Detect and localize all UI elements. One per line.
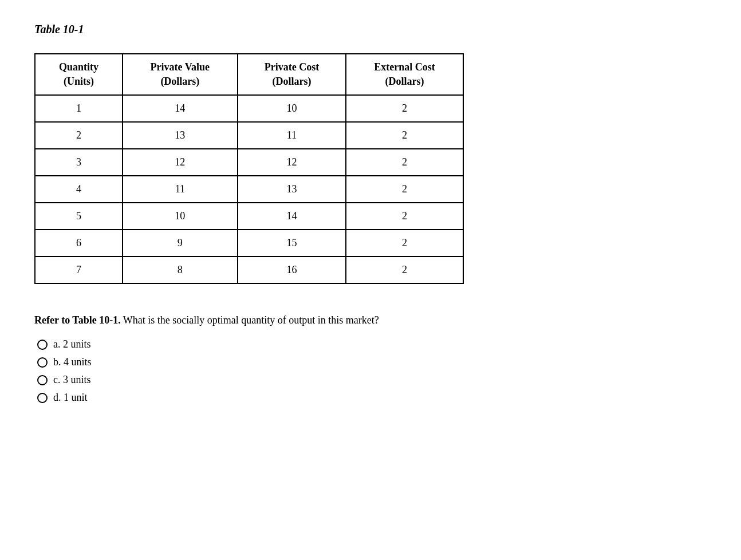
col-header-private-cost: Private Cost bbox=[238, 54, 346, 74]
table-row: 69152 bbox=[35, 230, 463, 257]
cell-private_value: 11 bbox=[123, 176, 238, 203]
answer-options: a. 2 unitsb. 4 unitsc. 3 unitsd. 1 unit bbox=[37, 338, 707, 404]
cell-quantity: 7 bbox=[35, 257, 123, 283]
cell-private_value: 14 bbox=[123, 95, 238, 122]
cell-external_cost: 2 bbox=[346, 176, 463, 203]
radio-circle[interactable] bbox=[37, 340, 48, 350]
option-label: b. 4 units bbox=[53, 356, 92, 368]
table-header-row-main: Quantity Private Value Private Cost Exte… bbox=[35, 54, 463, 74]
option-label: c. 3 units bbox=[53, 374, 91, 386]
cell-private_cost: 11 bbox=[238, 122, 346, 149]
cell-private_value: 13 bbox=[123, 122, 238, 149]
col-header-private-value: Private Value bbox=[123, 54, 238, 74]
question-reference: Refer to Table 10-1. bbox=[34, 314, 121, 326]
radio-circle[interactable] bbox=[37, 375, 48, 385]
cell-quantity: 4 bbox=[35, 176, 123, 203]
table-row: 411132 bbox=[35, 176, 463, 203]
cell-external_cost: 2 bbox=[346, 203, 463, 230]
option-label: a. 2 units bbox=[53, 338, 91, 350]
col-header-external-cost: External Cost bbox=[346, 54, 463, 74]
table-header-row-sub: (Units) (Dollars) (Dollars) (Dollars) bbox=[35, 74, 463, 95]
option-item-2[interactable]: c. 3 units bbox=[37, 374, 707, 386]
question-text: Refer to Table 10-1. What is the sociall… bbox=[34, 313, 707, 328]
question-section: Refer to Table 10-1. What is the sociall… bbox=[34, 313, 707, 404]
cell-quantity: 3 bbox=[35, 149, 123, 176]
cell-external_cost: 2 bbox=[346, 122, 463, 149]
cell-private_cost: 16 bbox=[238, 257, 346, 283]
radio-circle[interactable] bbox=[37, 393, 48, 403]
cell-private_value: 12 bbox=[123, 149, 238, 176]
radio-circle[interactable] bbox=[37, 357, 48, 368]
cell-private_cost: 12 bbox=[238, 149, 346, 176]
table-row: 114102 bbox=[35, 95, 463, 122]
page-title: Table 10-1 bbox=[34, 23, 707, 36]
cell-quantity: 6 bbox=[35, 230, 123, 257]
option-item-0[interactable]: a. 2 units bbox=[37, 338, 707, 350]
table-row: 312122 bbox=[35, 149, 463, 176]
option-label: d. 1 unit bbox=[53, 392, 88, 404]
cell-external_cost: 2 bbox=[346, 230, 463, 257]
table-row: 78162 bbox=[35, 257, 463, 283]
cell-private_value: 10 bbox=[123, 203, 238, 230]
cell-private_cost: 15 bbox=[238, 230, 346, 257]
col-header-quantity: Quantity bbox=[35, 54, 123, 74]
cell-external_cost: 2 bbox=[346, 149, 463, 176]
economics-table: Quantity Private Value Private Cost Exte… bbox=[34, 53, 464, 284]
cell-external_cost: 2 bbox=[346, 257, 463, 283]
col-subheader-private-value: (Dollars) bbox=[123, 74, 238, 95]
cell-external_cost: 2 bbox=[346, 95, 463, 122]
question-body: What is the socially optimal quantity of… bbox=[121, 314, 379, 326]
cell-private_cost: 10 bbox=[238, 95, 346, 122]
cell-private_cost: 13 bbox=[238, 176, 346, 203]
table-row: 213112 bbox=[35, 122, 463, 149]
cell-quantity: 5 bbox=[35, 203, 123, 230]
option-item-1[interactable]: b. 4 units bbox=[37, 356, 707, 368]
cell-private_cost: 14 bbox=[238, 203, 346, 230]
option-item-3[interactable]: d. 1 unit bbox=[37, 392, 707, 404]
table-row: 510142 bbox=[35, 203, 463, 230]
col-subheader-quantity: (Units) bbox=[35, 74, 123, 95]
data-table-container: Quantity Private Value Private Cost Exte… bbox=[34, 53, 707, 284]
col-subheader-private-cost: (Dollars) bbox=[238, 74, 346, 95]
cell-quantity: 2 bbox=[35, 122, 123, 149]
cell-quantity: 1 bbox=[35, 95, 123, 122]
cell-private_value: 8 bbox=[123, 257, 238, 283]
cell-private_value: 9 bbox=[123, 230, 238, 257]
col-subheader-external-cost: (Dollars) bbox=[346, 74, 463, 95]
